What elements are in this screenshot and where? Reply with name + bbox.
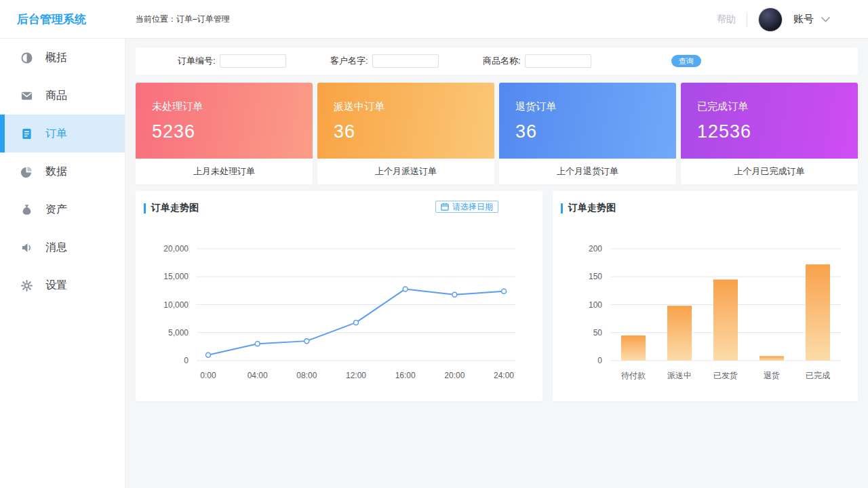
svg-text:0:00: 0:00 [200, 371, 216, 380]
svg-text:20:00: 20:00 [444, 371, 465, 380]
sidebar: 概括商品订单数据资产消息设置 [0, 39, 125, 488]
stat-footer: 上个月已完成订单 [681, 159, 858, 184]
svg-text:20,000: 20,000 [163, 244, 189, 253]
top-bar: 后台管理系统 当前位置：订单–订单管理 帮助 账号 [0, 0, 868, 39]
svg-text:已完成: 已完成 [806, 371, 830, 380]
stat-footer: 上月未处理订单 [136, 159, 313, 184]
sidebar-item-data[interactable]: 数据 [0, 152, 125, 190]
stat-card: 未处理订单5236上月未处理订单 [136, 83, 313, 184]
bar-chart-header: 订单走势图 [561, 202, 616, 214]
line-chart-header: 订单走势图 [144, 202, 199, 214]
topbar-actions: 帮助 账号 [717, 0, 831, 39]
sidebar-item-label: 数据 [45, 165, 67, 179]
help-link[interactable]: 帮助 [717, 14, 736, 26]
stat-card: 已完成订单12536上个月已完成订单 [681, 83, 858, 184]
stat-value: 36 [334, 121, 494, 142]
line-chart: 05,00010,00015,00020,0000:0004:0008:0012… [142, 222, 536, 398]
sidebar-item-label: 订单 [45, 127, 67, 141]
svg-text:12:00: 12:00 [346, 371, 366, 380]
sidebar-item-asset[interactable]: 资产 [0, 190, 125, 228]
order-icon [20, 127, 33, 140]
search-bar: 订单编号: 客户名字: 商品名称: 查询 [136, 47, 858, 75]
svg-text:16:00: 16:00 [395, 371, 416, 380]
query-button[interactable]: 查询 [671, 55, 701, 67]
product-name-label: 商品名称: [483, 55, 521, 67]
sidebar-item-order[interactable]: 订单 [0, 115, 125, 152]
stat-title: 退货订单 [515, 100, 676, 113]
sidebar-item-label: 概括 [45, 51, 67, 65]
account-label: 账号 [793, 13, 814, 26]
stats-row: 未处理订单5236上月未处理订单派送中订单36上个月派送订单退货订单36上个月退… [136, 83, 858, 184]
title-accent-bar [144, 203, 146, 214]
svg-text:5,000: 5,000 [168, 328, 189, 338]
svg-text:0: 0 [184, 356, 189, 365]
order-number-field-group: 订单编号: [178, 47, 286, 75]
sidebar-item-label: 设置 [45, 279, 67, 293]
stat-footer: 上个月退货订单 [499, 159, 676, 184]
svg-text:24:00: 24:00 [494, 371, 514, 380]
product-name-field-group: 商品名称: [483, 47, 591, 75]
svg-text:08:00: 08:00 [296, 371, 317, 380]
date-picker-label: 请选择日期 [452, 201, 493, 213]
product-name-input[interactable] [525, 54, 591, 68]
svg-text:派送中: 派送中 [667, 371, 692, 380]
order-number-label: 订单编号: [178, 55, 216, 67]
order-number-input[interactable] [220, 54, 286, 68]
svg-text:已发货: 已发货 [713, 371, 738, 380]
sidebar-nav: 概括商品订单数据资产消息设置 [0, 39, 125, 304]
asset-icon [20, 203, 33, 216]
stat-card-header: 已完成订单12536 [681, 83, 858, 159]
stat-title: 已完成订单 [697, 100, 858, 113]
customer-name-label: 客户名字: [330, 55, 368, 67]
message-icon [20, 241, 33, 254]
sidebar-item-label: 资产 [45, 203, 67, 217]
settings-icon [20, 279, 33, 292]
svg-text:150: 150 [589, 272, 602, 281]
customer-name-input[interactable] [372, 54, 439, 68]
breadcrumb: 当前位置：订单–订单管理 [136, 0, 230, 39]
data-icon [20, 165, 33, 178]
svg-text:待付款: 待付款 [621, 371, 646, 380]
sidebar-item-label: 商品 [45, 89, 67, 103]
stat-title: 派送中订单 [334, 100, 494, 113]
stat-value: 36 [515, 121, 676, 142]
main-content: 订单编号: 客户名字: 商品名称: 查询 未处理订单5236上月未处理订单派送中… [125, 39, 868, 488]
sidebar-item-settings[interactable]: 设置 [0, 266, 125, 304]
svg-text:04:00: 04:00 [248, 371, 268, 380]
stat-footer: 上个月派送订单 [317, 159, 494, 184]
date-picker[interactable]: 请选择日期 [435, 201, 498, 213]
svg-text:0: 0 [597, 356, 602, 365]
stat-card-header: 派送中订单36 [317, 83, 494, 159]
sidebar-item-product[interactable]: 商品 [0, 77, 125, 115]
svg-text:50: 50 [593, 328, 603, 338]
stat-value: 12536 [697, 121, 858, 142]
customer-name-field-group: 客户名字: [330, 47, 439, 75]
product-icon [20, 89, 33, 102]
bar-chart: 050100150200待付款派送中已发货退货已完成 [556, 222, 854, 398]
svg-text:200: 200 [589, 244, 602, 253]
stat-value: 5236 [152, 121, 313, 142]
calendar-icon [441, 203, 449, 211]
sidebar-item-overview[interactable]: 概括 [0, 39, 125, 77]
stat-title: 未处理订单 [152, 100, 313, 113]
line-chart-title: 订单走势图 [151, 202, 199, 214]
sidebar-item-label: 消息 [45, 241, 67, 255]
topbar-divider [747, 12, 747, 27]
stat-card: 退货订单36上个月退货订单 [499, 83, 676, 184]
bar-chart-title: 订单走势图 [568, 202, 616, 214]
title-accent-bar [561, 203, 563, 214]
stat-card-header: 退货订单36 [499, 83, 676, 159]
app-logo: 后台管理系统 [17, 0, 86, 39]
stat-card: 派送中订单36上个月派送订单 [317, 83, 494, 184]
stat-card-header: 未处理订单5236 [136, 83, 313, 159]
overview-icon [20, 52, 33, 64]
account-menu[interactable]: 账号 [793, 13, 831, 26]
line-chart-panel: 订单走势图 请选择日期 05,00010,00015,00020,0000:00… [136, 191, 542, 401]
svg-text:100: 100 [589, 300, 602, 310]
sidebar-item-message[interactable]: 消息 [0, 228, 125, 266]
bar-chart-panel: 订单走势图 050100150200待付款派送中已发货退货已完成 [553, 191, 858, 401]
avatar[interactable] [758, 7, 783, 32]
charts-row: 订单走势图 请选择日期 05,00010,00015,00020,0000:00… [136, 191, 858, 401]
svg-text:15,000: 15,000 [163, 272, 189, 281]
svg-text:退货: 退货 [764, 371, 780, 380]
